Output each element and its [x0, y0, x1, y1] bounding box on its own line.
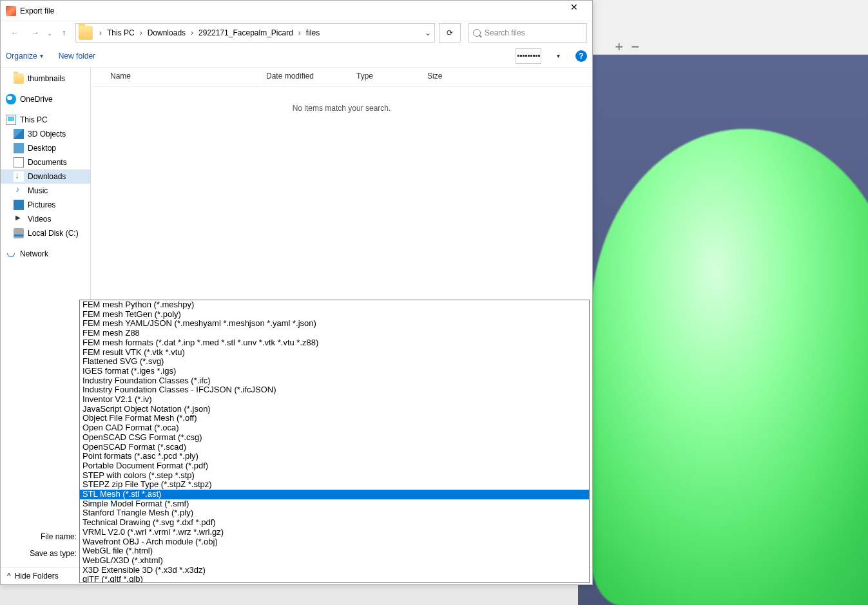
chevron-up-icon: ^ [7, 571, 11, 581]
filetype-option[interactable]: FEM mesh Python (*.meshpy) [80, 300, 589, 310]
column-name[interactable]: Name [91, 68, 258, 86]
chevron-right-icon[interactable]: › [187, 28, 197, 37]
sidebar-item-downloads[interactable]: Downloads [1, 169, 90, 184]
sidebar-item-onedrive[interactable]: OneDrive [1, 92, 90, 106]
sidebar-item-desktop[interactable]: Desktop [1, 141, 90, 155]
model-mesh [591, 129, 868, 605]
filetype-option[interactable]: Industry Foundation Classes (*.ifc) [80, 376, 589, 386]
pc-icon [6, 115, 16, 125]
forward-button[interactable]: → [26, 24, 44, 42]
video-icon [14, 214, 24, 224]
sidebar-item-music[interactable]: Music [1, 184, 90, 198]
view-mode-caret-icon[interactable]: ▾ [557, 52, 560, 59]
zoom-in-icon[interactable]: + [615, 39, 623, 55]
filetype-option[interactable]: OpenSCAD CSG Format (*.csg) [80, 433, 589, 443]
sidebar-item-pictures[interactable]: Pictures [1, 198, 90, 212]
filetype-dropdown[interactable]: FEM mesh Python (*.meshpy)FEM mesh TetGe… [79, 300, 590, 583]
sidebar-item-localdisk[interactable]: Local Disk (C:) [1, 226, 90, 240]
filetype-option[interactable]: WebGL file (*.html) [80, 546, 589, 556]
filetype-option[interactable]: STEPZ zip File Type (*.stpZ *.stpz) [80, 480, 589, 490]
app-icon [6, 6, 16, 16]
breadcrumb[interactable]: files [305, 28, 321, 37]
filetype-option[interactable]: JavaScript Object Notation (*.json) [80, 405, 589, 414]
sidebar-item-network[interactable]: Network [1, 247, 90, 261]
filetype-option[interactable]: Open CAD Format (*.oca) [80, 423, 589, 433]
filetype-option[interactable]: Portable Document Format (*.pdf) [80, 461, 589, 471]
filetype-option[interactable]: FEM mesh Z88 [80, 329, 589, 338]
sidebar-item-thumbnails[interactable]: thumbnails [1, 72, 90, 86]
caret-down-icon: ▾ [40, 52, 43, 59]
document-icon [14, 157, 24, 168]
close-button[interactable]: ✕ [561, 2, 587, 20]
toolbar-row: Organize ▾ New folder ▾ ? [1, 44, 592, 68]
organize-button[interactable]: Organize ▾ [6, 52, 43, 61]
breadcrumb[interactable]: This PC [106, 28, 136, 37]
zoom-out-icon[interactable]: − [631, 39, 639, 55]
desktop-icon [14, 143, 24, 153]
titlebar: Export file ✕ [1, 1, 592, 21]
filetype-option[interactable]: Simple Model Format (*.smf) [80, 499, 589, 509]
address-dropdown-icon[interactable]: ⌄ [421, 28, 434, 37]
filetype-option[interactable]: Flattened SVG (*.svg) [80, 357, 589, 367]
address-bar[interactable]: › This PC › Downloads › 2922171_Facepalm… [75, 23, 435, 43]
chevron-right-icon[interactable]: › [294, 28, 305, 37]
cloud-icon [6, 94, 16, 104]
new-folder-button[interactable]: New folder [59, 52, 95, 61]
column-date[interactable]: Date modified [258, 68, 349, 86]
filetype-option[interactable]: STEP with colors (*.step *.stp) [80, 471, 589, 481]
sidebar-item-documents[interactable]: Documents [1, 155, 90, 169]
viewport-3d[interactable] [578, 52, 868, 605]
filetype-option[interactable]: Stanford Triangle Mesh (*.ply) [80, 508, 589, 518]
refresh-button[interactable]: ⟳ [439, 23, 461, 43]
breadcrumb[interactable]: 2922171_Facepalm_Picard [197, 28, 294, 37]
search-input[interactable]: Search files [468, 23, 587, 43]
nav-row: ← → ⌄ ↑ › This PC › Downloads › 2922171_… [1, 21, 592, 44]
breadcrumb[interactable]: Downloads [146, 28, 187, 37]
up-button[interactable]: ↑ [55, 24, 73, 42]
column-size[interactable]: Size [420, 68, 471, 86]
download-icon [14, 171, 24, 182]
filetype-option[interactable]: FEM mesh YAML/JSON (*.meshyaml *.meshjso… [80, 319, 589, 329]
filetype-option[interactable]: Point formats (*.asc *.pcd *.ply) [80, 452, 589, 461]
network-icon [6, 249, 16, 259]
music-icon [14, 186, 24, 196]
filetype-option[interactable]: FEM result VTK (*.vtk *.vtu) [80, 348, 589, 358]
filename-label: File name: [7, 532, 77, 541]
filetype-option[interactable]: IGES format (*.iges *.igs) [80, 367, 589, 376]
folder-icon [79, 26, 93, 40]
filetype-option[interactable]: STL Mesh (*.stl *.ast) [80, 490, 589, 499]
picture-icon [14, 200, 24, 210]
window-title: Export file [20, 6, 561, 15]
filetype-option[interactable]: WebGL/X3D (*.xhtml) [80, 556, 589, 566]
filetype-option[interactable]: VRML V2.0 (*.wrl *.vrml *.wrz *.wrl.gz) [80, 528, 589, 537]
column-type[interactable]: Type [349, 68, 420, 86]
filetype-option[interactable]: glTF (*.gltf *.glb) [80, 575, 589, 583]
filetype-option[interactable]: X3D Extensible 3D (*.x3d *.x3dz) [80, 566, 589, 575]
filetype-option[interactable]: Object File Format Mesh (*.off) [80, 414, 589, 423]
filetype-option[interactable]: Technical Drawing (*.svg *.dxf *.pdf) [80, 518, 589, 528]
filetype-option[interactable]: Inventor V2.1 (*.iv) [80, 395, 589, 405]
recent-caret-icon[interactable]: ⌄ [47, 30, 52, 37]
folder-icon [14, 73, 24, 84]
view-mode-button[interactable] [516, 48, 541, 64]
filetype-option[interactable]: FEM mesh formats (*.dat *.inp *.med *.st… [80, 338, 589, 348]
sidebar: thumbnails OneDrive This PC 3D Objects D… [1, 68, 91, 524]
savetype-label: Save as type: [7, 549, 77, 558]
sidebar-item-3dobjects[interactable]: 3D Objects [1, 127, 90, 141]
filetype-option[interactable]: Wavefront OBJ - Arch module (*.obj) [80, 537, 589, 547]
chevron-right-icon[interactable]: › [95, 28, 106, 37]
disk-icon [14, 228, 24, 238]
filetype-option[interactable]: Industry Foundation Classes - IFCJSON (*… [80, 385, 589, 395]
search-placeholder: Search files [485, 28, 525, 37]
chevron-right-icon[interactable]: › [136, 28, 146, 37]
help-icon[interactable]: ? [575, 50, 587, 62]
filetype-option[interactable]: FEM mesh TetGen (*.poly) [80, 310, 589, 320]
cube-icon [14, 129, 24, 139]
sidebar-item-videos[interactable]: Videos [1, 212, 90, 226]
back-button[interactable]: ← [6, 24, 24, 42]
sidebar-item-thispc[interactable]: This PC [1, 113, 90, 127]
filetype-option[interactable]: OpenSCAD Format (*.scad) [80, 443, 589, 452]
list-header: Name Date modified Type Size [91, 68, 592, 87]
